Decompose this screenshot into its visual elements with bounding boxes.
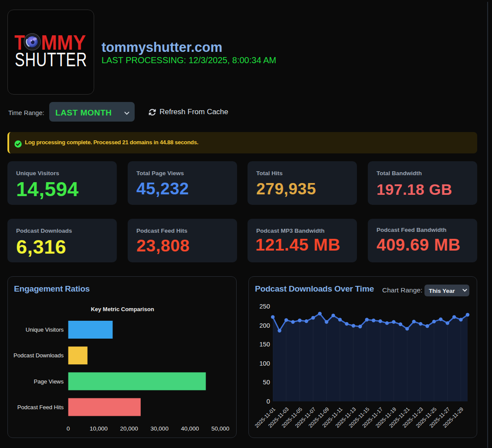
svg-text:Unique Visitors: Unique Visitors bbox=[26, 326, 64, 333]
svg-text:200: 200 bbox=[259, 322, 270, 329]
svg-text:10,000: 10,000 bbox=[90, 425, 108, 432]
svg-text:50: 50 bbox=[263, 379, 270, 386]
svg-text:150: 150 bbox=[259, 341, 270, 348]
svg-text:Podcast Downloads: Podcast Downloads bbox=[14, 352, 64, 359]
svg-text:100: 100 bbox=[259, 360, 270, 367]
svg-text:250: 250 bbox=[259, 303, 270, 310]
svg-text:Key Metric Comparison: Key Metric Comparison bbox=[91, 306, 154, 312]
svg-text:Page Views: Page Views bbox=[34, 378, 64, 385]
svg-text:50,000: 50,000 bbox=[211, 425, 229, 432]
svg-text:40,000: 40,000 bbox=[181, 425, 199, 432]
svg-text:20,000: 20,000 bbox=[120, 425, 138, 432]
svg-text:0: 0 bbox=[266, 398, 270, 405]
svg-text:30,000: 30,000 bbox=[150, 425, 168, 432]
svg-text:0: 0 bbox=[67, 425, 70, 432]
svg-text:SHUTTER: SHUTTER bbox=[15, 49, 87, 70]
svg-text:Podcast Feed Hits: Podcast Feed Hits bbox=[17, 404, 64, 411]
